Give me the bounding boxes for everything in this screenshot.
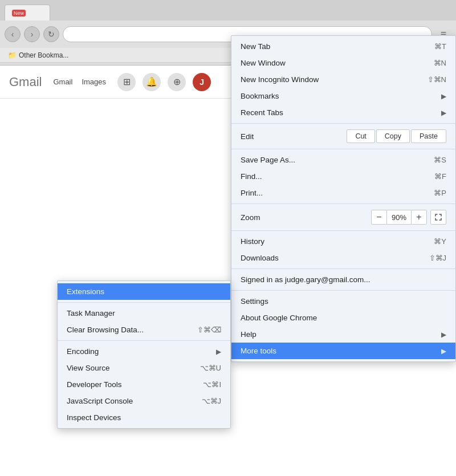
submenu-item-developer-tools[interactable]: Developer Tools ⌥⌘I bbox=[58, 376, 230, 393]
menu-section-edit: Edit Cut Copy Paste bbox=[231, 124, 455, 149]
menu-item-print[interactable]: Print... ⌘P bbox=[231, 185, 455, 201]
menu-item-save-page[interactable]: Save Page As... ⌘S bbox=[231, 152, 455, 168]
gmail-nav-icons: ⊞ 🔔 ⊕ J bbox=[117, 73, 211, 91]
cut-button[interactable]: Cut bbox=[347, 129, 374, 143]
reload-button[interactable]: ↻ bbox=[43, 26, 59, 42]
zoom-label: Zoom bbox=[241, 213, 371, 222]
menu-item-about[interactable]: About Google Chrome bbox=[231, 310, 455, 326]
gmail-logo: Gmail bbox=[9, 75, 42, 89]
tab-new-badge: New bbox=[12, 10, 26, 17]
menu-item-new-window[interactable]: New Window ⌘N bbox=[231, 55, 455, 71]
menu-item-recent-tabs[interactable]: Recent Tabs ▶ bbox=[231, 104, 455, 121]
menu-section-new: New Tab ⌘T New Window ⌘N New Incognito W… bbox=[231, 36, 455, 124]
forward-button[interactable]: › bbox=[24, 26, 40, 42]
menu-item-more-tools[interactable]: More tools ▶ bbox=[231, 343, 455, 359]
edit-row: Edit Cut Copy Paste bbox=[231, 126, 455, 147]
browser-tab[interactable]: New bbox=[5, 5, 50, 21]
more-tools-submenu: Extensions Task Manager Clear Browsing D… bbox=[57, 280, 231, 429]
submenu-item-view-source[interactable]: View Source ⌥⌘U bbox=[58, 360, 230, 376]
menu-item-settings[interactable]: Settings bbox=[231, 293, 455, 310]
menu-item-signed-in[interactable]: Signed in as judge.gary@gmail.com... bbox=[231, 271, 455, 288]
menu-section-history: History ⌘Y Downloads ⇧⌘J bbox=[231, 231, 455, 269]
more-tools-arrow-icon: ▶ bbox=[441, 347, 446, 355]
menu-item-find[interactable]: Find... ⌘F bbox=[231, 168, 455, 185]
edit-btn-group: Cut Copy Paste bbox=[347, 129, 446, 143]
recent-tabs-arrow-icon: ▶ bbox=[441, 109, 446, 117]
submenu-item-task-manager[interactable]: Task Manager bbox=[58, 305, 230, 322]
folder-icon: 📁 bbox=[8, 51, 17, 59]
menu-section-account: Signed in as judge.gary@gmail.com... bbox=[231, 269, 455, 291]
bookmark-label: Other Bookma... bbox=[19, 51, 68, 59]
menu-item-history[interactable]: History ⌘Y bbox=[231, 233, 455, 250]
gmail-link-images[interactable]: Images bbox=[82, 78, 106, 86]
gmail-text-links: Gmail Images bbox=[53, 78, 106, 86]
paste-button[interactable]: Paste bbox=[411, 129, 446, 143]
fullscreen-button[interactable] bbox=[430, 210, 446, 225]
encoding-arrow-icon: ▶ bbox=[216, 348, 221, 356]
submenu-item-clear-browsing[interactable]: Clear Browsing Data... ⇧⌘⌫ bbox=[58, 322, 230, 338]
edit-label: Edit bbox=[241, 132, 347, 141]
bookmarks-arrow-icon: ▶ bbox=[441, 92, 446, 100]
menu-item-downloads[interactable]: Downloads ⇧⌘J bbox=[231, 250, 455, 266]
back-button[interactable]: ‹ bbox=[5, 26, 21, 42]
menu-section-settings: Settings About Google Chrome Help ▶ More… bbox=[231, 291, 455, 361]
avatar[interactable]: J bbox=[193, 73, 211, 91]
menu-item-new-tab[interactable]: New Tab ⌘T bbox=[231, 38, 455, 55]
zoom-row: Zoom − 90% + bbox=[231, 206, 455, 228]
notifications-icon[interactable]: 🔔 bbox=[142, 73, 161, 91]
zoom-out-button[interactable]: − bbox=[371, 210, 387, 225]
submenu-section-tasks: Task Manager Clear Browsing Data... ⇧⌘⌫ bbox=[58, 303, 230, 341]
help-arrow-icon: ▶ bbox=[441, 331, 446, 339]
zoom-value: 90% bbox=[387, 210, 411, 225]
submenu-item-encoding[interactable]: Encoding ▶ bbox=[58, 343, 230, 360]
zoom-in-button[interactable]: + bbox=[411, 210, 427, 225]
fullscreen-icon bbox=[435, 214, 442, 221]
tab-bar: New bbox=[0, 0, 456, 21]
menu-item-new-incognito[interactable]: New Incognito Window ⇧⌘N bbox=[231, 71, 455, 88]
apps-icon[interactable]: ⊞ bbox=[117, 73, 136, 91]
menu-section-zoom: Zoom − 90% + bbox=[231, 204, 455, 231]
zoom-controls: − 90% + bbox=[371, 210, 427, 225]
submenu-item-js-console[interactable]: JavaScript Console ⌥⌘J bbox=[58, 393, 230, 409]
add-account-icon[interactable]: ⊕ bbox=[168, 73, 186, 91]
menu-item-bookmarks[interactable]: Bookmarks ▶ bbox=[231, 88, 455, 104]
submenu-section-dev: Encoding ▶ View Source ⌥⌘U Developer Too… bbox=[58, 341, 230, 428]
menu-section-file: Save Page As... ⌘S Find... ⌘F Print... ⌘… bbox=[231, 149, 455, 204]
bookmark-folder-icon[interactable]: 📁 Other Bookma... bbox=[5, 50, 72, 60]
menu-item-help[interactable]: Help ▶ bbox=[231, 326, 455, 343]
copy-button[interactable]: Copy bbox=[376, 129, 410, 143]
submenu-item-extensions[interactable]: Extensions bbox=[58, 283, 230, 300]
submenu-item-inspect-devices[interactable]: Inspect Devices bbox=[58, 409, 230, 426]
gmail-link-gmail[interactable]: Gmail bbox=[53, 78, 72, 86]
submenu-section-extensions: Extensions bbox=[58, 281, 230, 303]
chrome-menu: New Tab ⌘T New Window ⌘N New Incognito W… bbox=[231, 35, 456, 362]
